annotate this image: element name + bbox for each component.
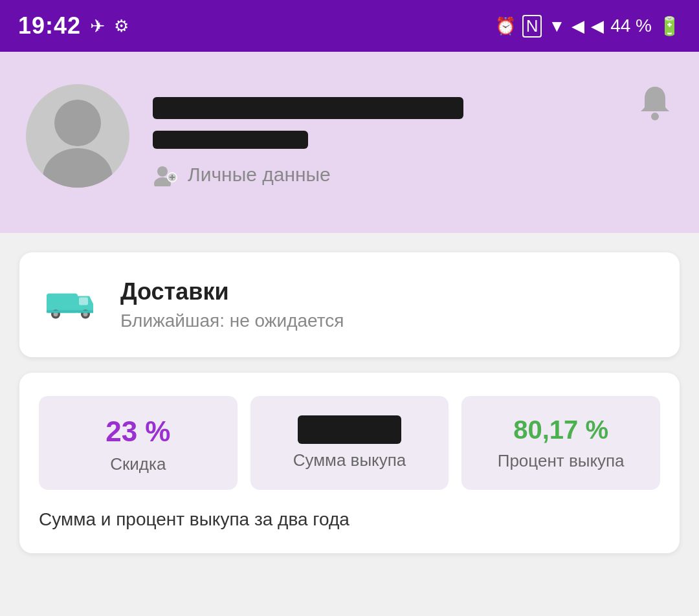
nfc-icon: N [522,15,542,38]
truck-icon [45,284,97,325]
discount-label: Скидка [110,454,166,474]
status-right: ⏰ N ▼ ◀ ◀ 44 % 🔋 [495,15,681,38]
profile-info: Личные данные [153,84,673,186]
delivery-card[interactable]: Доставки Ближайшая: не ожидается [19,252,680,357]
personal-data-link[interactable]: Личные данные [153,163,673,186]
svg-rect-15 [47,311,93,313]
svg-point-2 [157,166,168,177]
stats-grid: 23 % Скидка Сумма выкупа 80,17 % Процент… [39,396,660,490]
personal-data-label[interactable]: Личные данные [188,164,331,186]
profile-name-redacted [153,97,463,119]
purchase-amount-label: Сумма выкупа [293,450,406,470]
svg-point-7 [651,113,659,120]
personal-data-icon [153,163,179,186]
purchase-percent-label: Процент выкупа [498,451,625,471]
cards-container: Доставки Ближайшая: не ожидается 23 % Ск… [0,233,699,573]
delivery-title: Доставки [120,278,344,305]
svg-rect-10 [79,298,88,305]
status-bar: 19:42 ✈ ⚙ ⏰ N ▼ ◀ ◀ 44 % 🔋 [0,0,699,52]
svg-point-1 [43,148,113,188]
battery-percentage: 44 % [610,16,652,36]
avatar-silhouette-icon [26,84,129,188]
bell-icon [637,84,673,123]
stats-card: 23 % Скидка Сумма выкупа 80,17 % Процент… [19,373,680,553]
status-time: 19:42 [18,12,81,39]
notification-bell-button[interactable] [637,84,673,131]
delivery-subtitle: Ближайшая: не ожидается [120,311,344,331]
profile-subtitle-redacted [153,131,308,149]
alarm-icon: ⏰ [495,16,516,36]
discount-box: 23 % Скидка [39,396,238,490]
purchase-amount-value-redacted [298,415,401,444]
svg-rect-8 [47,294,78,313]
telegram-icon: ✈ [90,16,105,37]
discount-value: 23 % [105,415,170,448]
profile-section: Личные данные [0,52,699,233]
wifi-icon: ▼ [548,16,565,36]
spotify-icon: ⚙ [114,16,129,36]
svg-point-0 [54,100,101,146]
purchase-percent-value: 80,17 % [513,415,608,445]
battery-icon: 🔋 [658,16,681,37]
delivery-info: Доставки Ближайшая: не ожидается [120,278,344,331]
signal2-icon: ◀ [591,16,604,36]
purchase-percent-box: 80,17 % Процент выкупа [461,396,660,490]
stats-footnote: Сумма и процент выкупа за два года [39,503,350,529]
avatar [26,84,129,188]
signal1-icon: ◀ [571,16,584,36]
purchase-amount-box: Сумма выкупа [250,396,449,490]
status-left: 19:42 ✈ ⚙ [18,12,129,39]
